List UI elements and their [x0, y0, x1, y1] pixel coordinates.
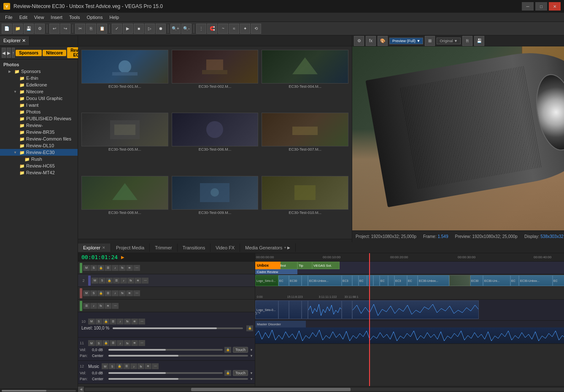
tab-project-media[interactable]: Project Media	[111, 243, 150, 252]
list-item[interactable]: EC30-Test-010.M...	[262, 176, 348, 235]
preview-fx-icon[interactable]: fx	[366, 36, 376, 46]
tb-paste[interactable]: 📋	[97, 24, 107, 34]
track-lock-1[interactable]: 🔒	[97, 265, 104, 271]
level-slider[interactable]	[113, 327, 243, 329]
track-more-10[interactable]: ⋯	[138, 319, 145, 324]
track-lock-11[interactable]: 🔒	[103, 340, 109, 346]
close-button[interactable]: ✕	[549, 2, 561, 11]
track-fx-10[interactable]: fx	[124, 319, 131, 324]
list-item[interactable]: EC30-Test-009.M...	[172, 176, 259, 235]
track-expand-12[interactable]: ☰	[123, 363, 130, 369]
vol-lock-12[interactable]: 🔒	[224, 370, 231, 376]
preview-settings-icon[interactable]: ⚙	[354, 36, 364, 46]
menu-file[interactable]: File	[2, 14, 16, 21]
track-expand-3[interactable]: ☰	[105, 290, 111, 296]
tab-transitions[interactable]: Transitions	[178, 243, 210, 252]
clip-photo[interactable]	[449, 275, 470, 286]
tb-properties[interactable]: ⚙	[35, 24, 45, 34]
tree-item-review-mt42[interactable]: 📁 Review-MT42	[0, 169, 78, 176]
clip-logo-sirio[interactable]: Logo_Sirio-0...	[255, 275, 278, 286]
tb-open[interactable]: 📁	[13, 24, 23, 34]
tb-snap[interactable]: 🧲	[207, 24, 217, 34]
clip-ec3-1[interactable]: EC3	[342, 275, 352, 286]
tab-explorer[interactable]: Explorer ✕	[0, 36, 30, 45]
track-expand-2[interactable]: ☰	[113, 278, 120, 284]
clip-ec30-2[interactable]: EC30	[470, 275, 483, 286]
track-lock-10[interactable]: 🔒	[103, 319, 109, 324]
audio-clip-5[interactable]	[308, 300, 342, 319]
track-vol-btn-12[interactable]: ♪	[130, 363, 137, 369]
clip-ec30-unbox-2[interactable]: EC30-Unbox...	[418, 275, 449, 286]
touch-button-12[interactable]: Touch	[233, 370, 248, 376]
tb-stop[interactable]: ■	[134, 24, 144, 34]
vol-slider-11[interactable]	[108, 349, 223, 351]
track-lock-12[interactable]: 🔒	[116, 363, 123, 369]
menu-options[interactable]: Options	[84, 14, 106, 21]
horizontal-scrollbar[interactable]	[85, 388, 564, 391]
list-item[interactable]: EC30-Test-006.M...	[172, 113, 259, 172]
clip-e3[interactable]	[373, 275, 380, 286]
tree-item-docu[interactable]: 📁 Docu Util Graphic	[0, 95, 78, 102]
track-fx-11[interactable]: fx	[124, 340, 131, 346]
clip-ec30-uni[interactable]: EC30-Uni...	[483, 275, 510, 286]
menu-insert[interactable]: Insert	[47, 14, 66, 21]
track-vol-1[interactable]: ♪	[112, 265, 119, 271]
tb-ripple[interactable]: ~	[218, 24, 228, 34]
tb-new[interactable]: 📄	[2, 24, 12, 34]
track-fx-4[interactable]: fx	[97, 303, 104, 309]
list-item[interactable]: EC30-Test-004.M...	[262, 50, 348, 109]
track-lock-3[interactable]: 🔒	[97, 290, 104, 296]
nested-clip-test[interactable]: Test	[278, 262, 297, 269]
track-solo-2[interactable]: S	[99, 278, 105, 284]
tb-copy[interactable]: ⎘	[86, 24, 96, 34]
track-env-2[interactable]: ≋	[135, 278, 141, 284]
minimize-button[interactable]: ─	[522, 2, 534, 11]
tb-save[interactable]: 💾	[24, 24, 34, 34]
track-env-3[interactable]: ≋	[126, 290, 133, 296]
maximize-button[interactable]: □	[535, 2, 547, 11]
track-expand-1[interactable]: ☰	[105, 265, 111, 271]
tab-close-icon[interactable]: ✕	[102, 246, 105, 250]
list-item[interactable]: EC30-Test-002.M...	[172, 50, 259, 109]
clip-e1[interactable]	[352, 275, 359, 286]
menu-help[interactable]: Help	[106, 14, 122, 21]
tree-item-review-ec30[interactable]: ▼ 📁 Review-EC30	[0, 149, 78, 156]
bottom-scrollbar[interactable]: ◀ ▶ - +	[78, 386, 564, 392]
list-item[interactable]: EC30-Test-005.M...	[81, 113, 168, 172]
track-more-2[interactable]: ⋯	[142, 278, 148, 284]
clip-ec30-unbox-1[interactable]: EC30-Unbox...	[308, 275, 342, 286]
tree-item-rush[interactable]: 📁 Rush	[0, 156, 78, 162]
track-expand-11[interactable]: ☰	[110, 340, 116, 346]
clip-e2[interactable]	[367, 275, 373, 286]
track-fx-2[interactable]: fx	[127, 278, 134, 284]
audio-clip-main[interactable]	[352, 300, 479, 319]
timeline-scroll-area[interactable]: 00:00:00:00 00:00:10:00 00:00:20:00 00:0…	[255, 253, 564, 386]
touch-button-11[interactable]: Touch	[233, 347, 248, 353]
preview-copy-icon[interactable]: ⎘	[462, 36, 472, 46]
track-solo-12[interactable]: S	[109, 363, 116, 369]
tree-item-e-thin[interactable]: 📁 E-thin	[0, 75, 78, 81]
tree-item-sponsors[interactable]: ▶ 📁 Sponsors	[0, 68, 78, 75]
track-env-12[interactable]: ≋	[145, 363, 151, 369]
clip-ec-2[interactable]: EC	[359, 275, 367, 286]
preview-color-icon[interactable]: 🎨	[378, 36, 388, 46]
nav-up[interactable]: ↑	[12, 48, 15, 58]
nav-back[interactable]: ◀	[2, 48, 6, 58]
track-mute-1[interactable]: M	[83, 265, 90, 271]
nested-clip-tip[interactable]: Tip	[297, 262, 312, 269]
tree-item-review-dl10[interactable]: 📁 Review-DL10	[0, 142, 78, 149]
menu-tools[interactable]: Tools	[66, 14, 84, 21]
tree-item-review[interactable]: 📁 Review-	[0, 122, 78, 129]
tb-zoom-in[interactable]: 🔍+	[170, 24, 181, 34]
tab-video-fx[interactable]: Video FX	[210, 243, 240, 252]
tb-zoom-out[interactable]: 🔍-	[181, 24, 192, 34]
track-env-4[interactable]: ≋	[105, 303, 111, 309]
track-more-11[interactable]: ⋯	[138, 340, 145, 346]
list-item[interactable]: EC30-Test-008.M...	[81, 176, 168, 235]
vol-slider-12[interactable]	[108, 372, 223, 374]
tb-enable[interactable]: ✓	[112, 24, 122, 34]
tree-item-review-br35[interactable]: 📁 Review-BR35	[0, 129, 78, 135]
track-expand-4[interactable]: ☰	[83, 303, 90, 309]
clip-ec-6[interactable]: EC	[553, 275, 564, 286]
track-vol-2[interactable]: ♪	[120, 278, 127, 284]
